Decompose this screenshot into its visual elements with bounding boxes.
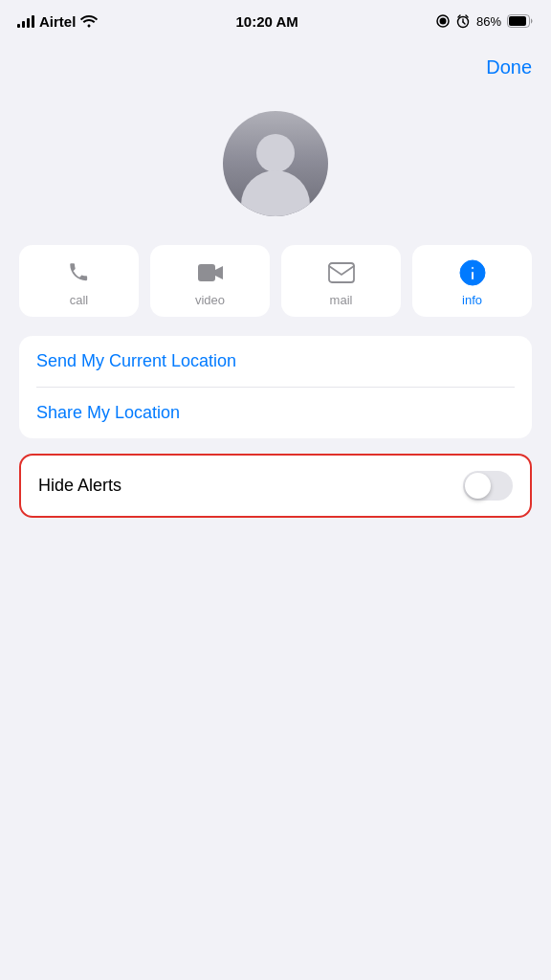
info-icon-wrap [458,258,487,287]
share-location-button[interactable]: Share My Location [19,388,532,438]
carrier-label: Airtel [39,13,76,30]
top-bar: Done [0,42,551,92]
video-label: video [195,293,225,307]
info-icon [459,259,486,286]
status-right: 86% [436,13,534,29]
video-button[interactable]: video [150,245,270,317]
status-left: Airtel [17,13,98,30]
avatar-head [256,134,295,172]
action-buttons-row: call video mail info [0,245,551,317]
svg-rect-7 [198,264,215,281]
mail-icon [328,262,355,283]
signal-bar-4 [32,15,34,28]
battery-percentage: 86% [476,14,501,29]
hide-alerts-section: Hide Alerts [19,454,532,518]
battery-icon [507,14,534,28]
call-button[interactable]: call [19,245,139,317]
screen-record-icon [436,14,450,28]
done-button[interactable]: Done [486,56,532,78]
avatar-section [0,92,551,245]
avatar-person [241,134,310,216]
call-label: call [70,293,89,307]
signal-bar-1 [17,24,20,28]
hide-alerts-toggle[interactable] [463,471,513,501]
call-icon-wrap [65,258,94,287]
svg-point-1 [439,18,446,25]
hide-alerts-row: Hide Alerts [21,456,530,516]
info-button[interactable]: info [412,245,532,317]
signal-bar-2 [22,21,25,28]
location-section: Send My Current Location Share My Locati… [19,336,532,438]
mail-button[interactable]: mail [281,245,401,317]
mail-icon-wrap [327,258,356,287]
send-location-button[interactable]: Send My Current Location [19,336,532,387]
svg-line-4 [463,22,465,24]
wifi-icon [80,14,98,28]
video-icon-wrap [196,258,225,287]
hide-alerts-label: Hide Alerts [38,476,121,496]
svg-rect-8 [329,263,354,282]
status-bar: Airtel 10:20 AM 86% [0,0,551,42]
avatar [223,111,328,216]
svg-rect-6 [509,16,526,26]
time-display: 10:20 AM [236,13,298,30]
avatar-body [241,170,310,216]
toggle-knob [465,473,491,499]
alarm-icon [455,13,471,29]
svg-point-10 [471,267,474,270]
svg-rect-11 [471,272,474,280]
signal-bar-3 [27,18,30,28]
phone-icon [67,260,92,285]
signal-bars [17,14,34,28]
info-label: info [462,293,482,307]
mail-label: mail [330,293,353,307]
video-icon [197,262,224,283]
